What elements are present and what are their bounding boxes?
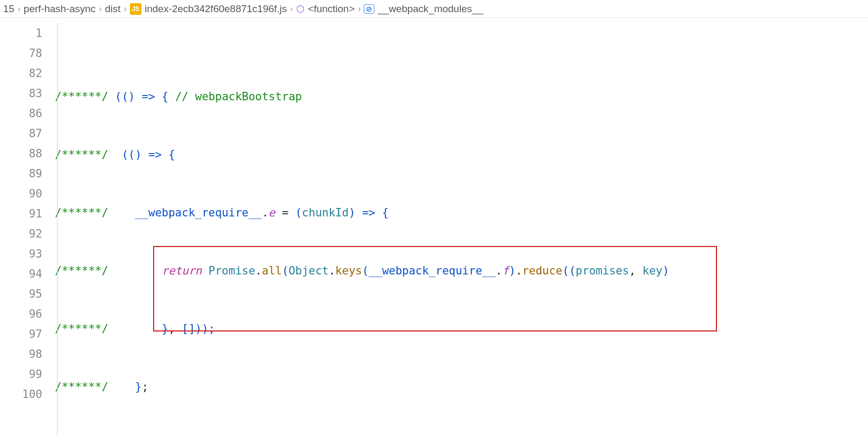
code-editor[interactable]: 1 78 82 83 86 87 88 89 90 91 92 93 94 95… xyxy=(0,18,868,436)
line-number: 99 xyxy=(0,364,42,384)
line-number: 97 xyxy=(0,324,42,344)
code-line[interactable]: /******/ }, [])); xyxy=(55,319,868,339)
code-line[interactable]: /******/ __webpack_require__.e = (chunkI… xyxy=(55,203,868,223)
line-number: 93 xyxy=(0,244,42,264)
line-number: 83 xyxy=(0,83,42,103)
symbol-variable-icon: ⊘ xyxy=(364,4,374,14)
line-number: 96 xyxy=(0,304,42,324)
line-number: 95 xyxy=(0,284,42,304)
crumb-symbol-1[interactable]: <function> xyxy=(308,3,355,15)
code-line[interactable]: /******/ (() => { xyxy=(55,145,868,165)
chevron-right-icon: › xyxy=(290,4,293,14)
code-line[interactable]: /******/ return Promise.all(Object.keys(… xyxy=(55,261,868,281)
breadcrumb[interactable]: 15 › perf-hash-async › dist › JS index-2… xyxy=(0,0,868,18)
code-line[interactable]: /******/ }; xyxy=(55,377,868,397)
crumb-file[interactable]: index-2ecb342f60e8871c196f.js xyxy=(145,3,287,15)
line-number: 91 xyxy=(0,204,42,224)
line-number: 87 xyxy=(0,124,42,144)
code-line[interactable]: /******/ (() => { // webpackBootstrap xyxy=(55,87,868,107)
chevron-right-icon: › xyxy=(99,4,102,14)
code-content[interactable]: /******/ (() => { // webpackBootstrap /*… xyxy=(52,18,868,436)
line-number: 86 xyxy=(0,103,42,124)
crumb-folder-2[interactable]: dist xyxy=(105,3,121,15)
symbol-module-icon: ⬡ xyxy=(296,3,305,15)
line-number-gutter: 1 78 82 83 86 87 88 89 90 91 92 93 94 95… xyxy=(0,18,52,436)
line-number: 1 xyxy=(0,23,42,43)
chevron-right-icon: › xyxy=(124,4,127,14)
crumb-symbol-2[interactable]: __webpack_modules__ xyxy=(378,3,483,15)
crumb-root[interactable]: 15 xyxy=(3,3,14,15)
line-number: 92 xyxy=(0,224,42,244)
line-number: 100 xyxy=(0,384,42,404)
line-number: 94 xyxy=(0,264,42,284)
indent-guide xyxy=(57,23,58,436)
chevron-right-icon: › xyxy=(358,4,361,14)
chevron-right-icon: › xyxy=(17,4,21,14)
js-file-icon: JS xyxy=(130,3,141,15)
line-number: 88 xyxy=(0,144,42,164)
line-number: 90 xyxy=(0,184,42,204)
line-number: 89 xyxy=(0,164,42,184)
line-number: 82 xyxy=(0,63,42,83)
line-number: 78 xyxy=(0,43,42,63)
crumb-folder-1[interactable]: perf-hash-async xyxy=(24,3,96,15)
line-number: 98 xyxy=(0,344,42,364)
